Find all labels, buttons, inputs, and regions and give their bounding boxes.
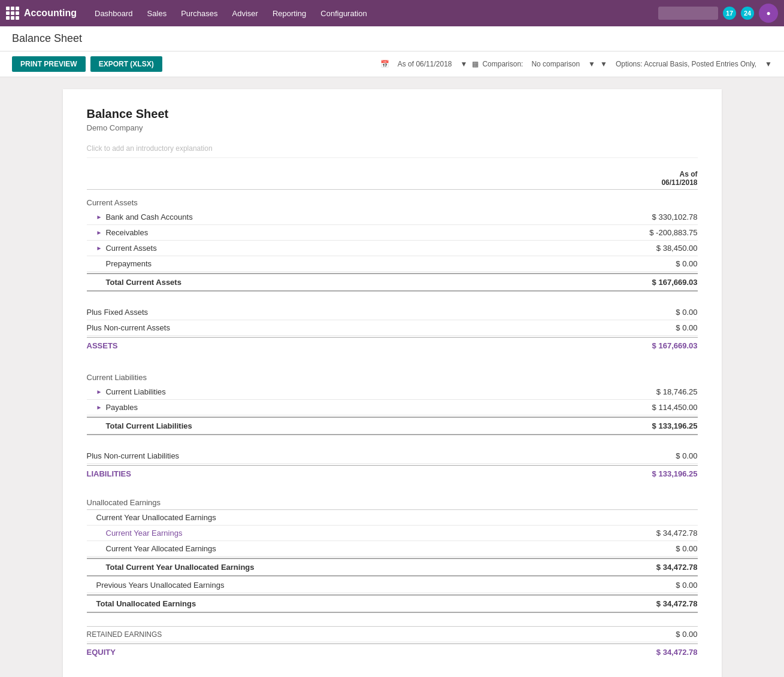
equity-total-label: EQUITY <box>87 648 608 657</box>
table-row[interactable]: Plus Non-current Assets $ 0.00 <box>87 320 698 336</box>
app-brand: Accounting <box>24 8 77 19</box>
assets-total-value: $ 167,669.03 <box>608 341 698 350</box>
row-label: Bank and Cash Accounts <box>105 212 607 221</box>
date-filter-button[interactable]: As of 06/11/2018 <box>393 57 457 71</box>
menu-configuration[interactable]: Configuration <box>314 5 373 22</box>
unallocated-earnings-label: Unallocated Earnings <box>87 498 698 507</box>
total-unallocated-row: Total Unallocated Earnings $ 34,472.78 <box>87 594 698 613</box>
column-header-row: As of 06/11/2018 <box>87 170 698 190</box>
table-row[interactable]: ► Bank and Cash Accounts $ 330,102.78 <box>87 210 698 225</box>
table-row[interactable]: ► Payables $ 114,450.00 <box>87 400 698 415</box>
comparison-arrow[interactable]: ▼ <box>588 60 595 68</box>
row-value: $ 34,472.78 <box>608 529 698 538</box>
global-search[interactable] <box>658 7 718 20</box>
options-arrow[interactable]: ▼ <box>765 60 772 68</box>
menu-purchases[interactable]: Purchases <box>175 5 223 22</box>
report-company: Demo Company <box>87 123 698 132</box>
retained-earnings-value: $ 0.00 <box>608 630 698 639</box>
expand-icon[interactable]: ► <box>96 214 102 220</box>
page-title: Balance Sheet <box>12 32 82 45</box>
app-logo[interactable]: Accounting <box>6 7 77 20</box>
row-label: Current Assets <box>105 244 607 253</box>
menu-dashboard[interactable]: Dashboard <box>89 5 139 22</box>
table-row[interactable]: Previous Years Unallocated Earnings $ 0.… <box>87 578 698 593</box>
total-current-assets-label: Total Current Assets <box>106 278 181 287</box>
row-label: Payables <box>105 403 607 412</box>
expand-icon[interactable]: ► <box>96 388 102 395</box>
total-unallocated-label: Total Unallocated Earnings <box>96 599 196 608</box>
subtotal-value: $ 34,472.78 <box>608 563 698 572</box>
row-value: $ -200,883.75 <box>608 228 698 237</box>
unallocated-earnings-section: Unallocated Earnings <box>87 495 698 510</box>
nav-right: 17 24 ● <box>658 4 778 23</box>
report-container: Balance Sheet Demo Company Click to add … <box>63 89 722 677</box>
total-current-assets-value: $ 167,669.03 <box>608 278 698 287</box>
total-current-liabilities-value: $ 133,196.25 <box>608 421 698 430</box>
retained-earnings-label: RETAINED EARNINGS <box>87 630 608 639</box>
assets-total-row: ASSETS $ 167,669.03 <box>87 337 698 354</box>
user-avatar[interactable]: ● <box>759 4 778 23</box>
total-current-year-unallocated-row: Total Current Year Unallocated Earnings … <box>87 558 698 576</box>
table-row[interactable]: Plus Fixed Assets $ 0.00 <box>87 305 698 320</box>
print-preview-button[interactable]: PRINT PREVIEW <box>12 56 86 72</box>
main-menu: Dashboard Sales Purchases Adviser Report… <box>89 5 658 22</box>
intro-placeholder[interactable]: Click to add an introductory explanation <box>87 144 698 158</box>
row-value: $ 38,450.00 <box>608 244 698 253</box>
row-value: $ 0.00 <box>608 581 698 590</box>
options-filter-group: ▼ Options: Accrual Basis, Posted Entries… <box>600 57 772 71</box>
table-row[interactable]: Current Year Earnings $ 34,472.78 <box>87 526 698 541</box>
table-row[interactable]: Current Year Allocated Earnings $ 0.00 <box>87 541 698 557</box>
expand-icon[interactable]: ► <box>96 229 102 236</box>
current-year-earnings-link[interactable]: Current Year Earnings <box>106 529 608 538</box>
export-xlsx-button[interactable]: EXPORT (XLSX) <box>90 56 162 72</box>
grid-icon <box>6 7 19 20</box>
row-label: Previous Years Unallocated Earnings <box>96 581 608 590</box>
row-value: $ 330,102.78 <box>608 212 698 221</box>
expand-icon[interactable]: ► <box>96 404 102 411</box>
table-row[interactable]: ► Receivables $ -200,883.75 <box>87 225 698 241</box>
chart-icon: ▩ <box>472 60 479 68</box>
menu-adviser[interactable]: Adviser <box>226 5 264 22</box>
expand-icon[interactable]: ► <box>96 245 102 251</box>
row-value: $ 0.00 <box>608 451 698 460</box>
row-label: Plus Fixed Assets <box>87 308 608 317</box>
table-row[interactable]: ► Current Assets $ 38,450.00 <box>87 241 698 256</box>
table-row[interactable]: Plus Non-current Liabilities $ 0.00 <box>87 448 698 464</box>
table-row[interactable]: Prepayments $ 0.00 <box>87 256 698 272</box>
menu-sales[interactable]: Sales <box>141 5 173 22</box>
row-label: Plus Non-current Liabilities <box>87 451 608 460</box>
row-value: $ 0.00 <box>608 544 698 553</box>
as-of-column-header: As of 06/11/2018 <box>608 170 698 187</box>
page-header: Balance Sheet <box>0 26 784 51</box>
total-current-assets-row: Total Current Assets $ 167,669.03 <box>87 273 698 292</box>
activity-badge[interactable]: 24 <box>741 7 754 20</box>
row-label: Receivables <box>105 228 607 237</box>
table-row[interactable]: ► Current Liabilities $ 18,746.25 <box>87 384 698 400</box>
total-current-liabilities-row: Total Current Liabilities $ 133,196.25 <box>87 417 698 435</box>
messages-badge[interactable]: 17 <box>723 7 736 20</box>
menu-reporting[interactable]: Reporting <box>267 5 312 22</box>
row-value: $ 18,746.25 <box>608 387 698 396</box>
row-value: $ 0.00 <box>608 308 698 317</box>
options-button[interactable]: Options: Accrual Basis, Posted Entries O… <box>611 57 761 71</box>
comparison-button[interactable]: No comparison <box>526 57 585 71</box>
row-value: $ 114,450.00 <box>608 403 698 412</box>
table-row: Current Year Unallocated Earnings <box>87 510 698 526</box>
row-value: $ 0.00 <box>608 323 698 332</box>
subtotal-label: Total Current Year Unallocated Earnings <box>106 563 255 572</box>
filter-icon: ▼ <box>600 60 607 68</box>
report-title: Balance Sheet <box>87 107 698 121</box>
current-liabilities-section-label: Current Liabilities <box>87 367 698 384</box>
comparison-label: Comparison: <box>482 60 523 68</box>
row-label: Current Year Allocated Earnings <box>106 544 608 553</box>
row-label: Current Year Unallocated Earnings <box>96 513 698 522</box>
date-filter-group: 📅 As of 06/11/2018 ▼ <box>380 57 468 71</box>
retained-earnings-row: RETAINED EARNINGS $ 0.00 <box>87 626 698 642</box>
total-current-liabilities-label: Total Current Liabilities <box>106 421 192 430</box>
current-assets-section-label: Current Assets <box>87 192 698 210</box>
comparison-filter-group: ▩ Comparison: No comparison ▼ <box>472 57 595 71</box>
total-unallocated-value: $ 34,472.78 <box>608 599 698 608</box>
liabilities-total-value: $ 133,196.25 <box>608 469 698 478</box>
date-filter-arrow[interactable]: ▼ <box>460 60 467 68</box>
assets-total-label: ASSETS <box>87 341 608 350</box>
